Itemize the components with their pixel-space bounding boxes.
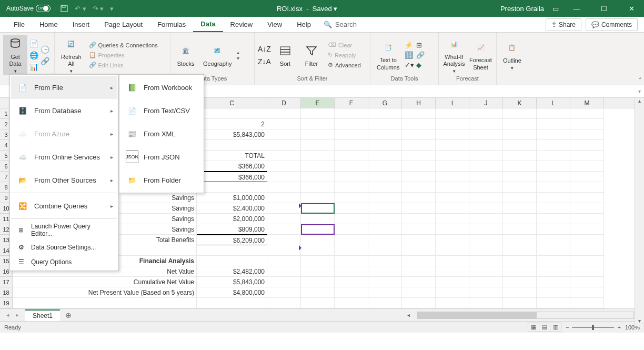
- cell[interactable]: [267, 287, 301, 298]
- cell[interactable]: [301, 245, 335, 256]
- cell[interactable]: [503, 193, 537, 203]
- geography-button[interactable]: 🗺️ Geography: [200, 42, 235, 68]
- cell[interactable]: [197, 108, 267, 119]
- cell[interactable]: $366,000: [197, 161, 267, 172]
- cell[interactable]: [503, 182, 537, 193]
- from-web-icon[interactable]: 🌐: [29, 51, 38, 59]
- cell[interactable]: [537, 298, 570, 308]
- cell[interactable]: [368, 224, 402, 235]
- cell[interactable]: [267, 172, 301, 182]
- zoom-out-button[interactable]: −: [566, 324, 569, 331]
- cell[interactable]: [335, 161, 368, 172]
- cell[interactable]: [301, 256, 335, 266]
- cell[interactable]: [402, 140, 436, 151]
- cell[interactable]: [570, 298, 604, 308]
- cell[interactable]: [267, 298, 301, 308]
- cell[interactable]: [570, 214, 604, 224]
- filter-button[interactable]: Filter: [299, 42, 324, 68]
- cell[interactable]: [537, 129, 570, 140]
- add-sheet-button[interactable]: ⊕: [60, 311, 77, 319]
- cell[interactable]: [402, 224, 436, 235]
- menu-query-options[interactable]: ☰Query Options: [11, 255, 117, 269]
- cell[interactable]: $4,800,000: [197, 287, 267, 298]
- cell[interactable]: [570, 245, 604, 256]
- cell[interactable]: [570, 224, 604, 235]
- cell[interactable]: [301, 277, 335, 287]
- autosave-toggle[interactable]: AutoSave On: [3, 5, 54, 12]
- cell[interactable]: [267, 224, 301, 235]
- cell[interactable]: [197, 245, 267, 256]
- col-header-l[interactable]: L: [537, 98, 570, 108]
- outline-button[interactable]: 📋 Outline▾: [500, 38, 525, 72]
- cell[interactable]: [335, 235, 368, 245]
- scroll-up-icon[interactable]: ▴: [635, 98, 644, 106]
- cell[interactable]: [537, 214, 570, 224]
- menu-from-online[interactable]: ☁️From Online Services▸: [11, 145, 117, 168]
- cell[interactable]: [368, 235, 402, 245]
- cell[interactable]: [537, 108, 570, 119]
- col-header-j[interactable]: J: [469, 98, 503, 108]
- cell[interactable]: [503, 203, 537, 214]
- cell[interactable]: [436, 151, 469, 161]
- cell[interactable]: $2,000,000: [197, 214, 267, 224]
- menu-from-database[interactable]: 🗄️From Database▸: [11, 99, 117, 122]
- page-break-button[interactable]: ▥: [550, 323, 561, 332]
- cell[interactable]: [368, 193, 402, 203]
- cell[interactable]: [503, 172, 537, 182]
- cell[interactable]: [503, 266, 537, 277]
- cell[interactable]: [570, 161, 604, 172]
- cell[interactable]: [537, 140, 570, 151]
- cell[interactable]: [267, 277, 301, 287]
- tab-view[interactable]: View: [260, 17, 289, 32]
- redo-icon[interactable]: ↷ ▾: [93, 5, 104, 13]
- cell[interactable]: [503, 140, 537, 151]
- cell[interactable]: [469, 235, 503, 245]
- cell[interactable]: [570, 193, 604, 203]
- vertical-scrollbar[interactable]: ▴ ▾: [635, 98, 644, 326]
- qat-more-icon[interactable]: ▾: [110, 5, 114, 13]
- menu-combine-queries[interactable]: 🔀Combine Queries▸: [11, 194, 117, 217]
- menu-from-xml[interactable]: 📰From XML: [120, 122, 203, 145]
- cell[interactable]: [503, 108, 537, 119]
- cell[interactable]: [301, 161, 335, 172]
- stocks-button[interactable]: 🏛️ Stocks: [174, 42, 198, 68]
- cell[interactable]: [301, 298, 335, 308]
- close-button[interactable]: ✕: [622, 2, 641, 15]
- cell[interactable]: [503, 214, 537, 224]
- cell[interactable]: [436, 161, 469, 172]
- col-header-i[interactable]: I: [436, 98, 469, 108]
- cell[interactable]: [469, 108, 503, 119]
- sort-az-icon[interactable]: A↓Z: [258, 45, 271, 53]
- cell[interactable]: [301, 224, 335, 235]
- menu-from-workbook[interactable]: 📗From Workbook: [120, 76, 203, 99]
- data-validation-icon[interactable]: ✓▾: [405, 61, 414, 69]
- grid-row[interactable]: 17Cumulative Net Value$5,843,000: [0, 277, 644, 287]
- cell[interactable]: [537, 224, 570, 235]
- cell[interactable]: [469, 182, 503, 193]
- tab-review[interactable]: Review: [223, 17, 260, 32]
- col-header-e[interactable]: E: [301, 98, 335, 108]
- cell[interactable]: [267, 193, 301, 203]
- cell[interactable]: [368, 140, 402, 151]
- maximize-button[interactable]: ☐: [595, 2, 613, 15]
- cell[interactable]: [436, 214, 469, 224]
- menu-from-file[interactable]: 📄From File▸: [11, 76, 117, 99]
- forecast-sheet-button[interactable]: 📈 Forecast Sheet: [468, 38, 493, 72]
- menu-from-folder[interactable]: 📁From Folder: [120, 168, 203, 192]
- share-button[interactable]: ⇪Share: [546, 18, 581, 31]
- cell[interactable]: [436, 172, 469, 182]
- cell[interactable]: [368, 277, 402, 287]
- menu-from-textcsv[interactable]: 📄From Text/CSV: [120, 99, 203, 122]
- cell[interactable]: [267, 266, 301, 277]
- undo-icon[interactable]: ↶ ▾: [75, 5, 86, 13]
- cell[interactable]: [436, 193, 469, 203]
- cell[interactable]: [469, 119, 503, 129]
- cell[interactable]: [402, 214, 436, 224]
- cell[interactable]: [537, 182, 570, 193]
- cell[interactable]: [402, 108, 436, 119]
- sort-za-icon[interactable]: Z↓A: [258, 57, 271, 66]
- flash-fill-icon[interactable]: ⚡: [405, 41, 414, 49]
- cell[interactable]: [368, 108, 402, 119]
- cell[interactable]: [469, 224, 503, 235]
- normal-view-button[interactable]: ▦: [528, 323, 539, 332]
